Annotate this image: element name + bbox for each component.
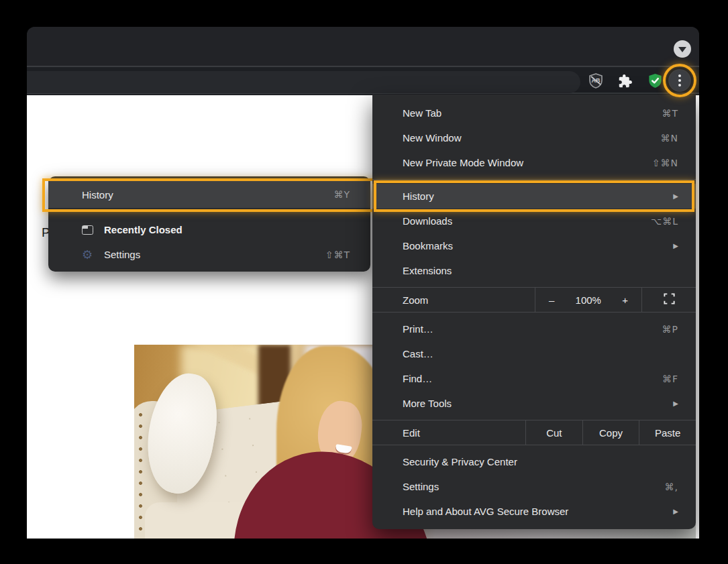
gear-icon: ⚙ [82,249,102,261]
menu-item-settings[interactable]: Settings⌘, [372,474,696,499]
submenu-item-recently-closed[interactable]: Recently Closed [48,217,370,242]
menu-item-shortcut: ⌘P [662,324,678,335]
browser-window: AB PCMacMobileStorePartners [27,27,699,539]
zoom-controls: –100%+ [535,288,642,312]
extensions-puzzle-icon[interactable] [618,74,633,89]
menu-item-new-window[interactable]: New Window⌘N [372,125,696,150]
menu-item-label: New Private Mode Window [403,157,523,168]
menu-item-help-and-about-avg-secure-browser[interactable]: Help and About AVG Secure Browser▶ [372,499,696,524]
menu-item-new-tab[interactable]: New Tab⌘T [372,101,696,125]
menu-item-bookmarks[interactable]: Bookmarks▶ [372,233,696,258]
menu-item-downloads[interactable]: Downloads⌥⌘L [372,209,696,233]
fullscreen-button[interactable] [642,288,696,312]
menu-item-shortcut: ⌘N [661,133,678,144]
submenu-item-shortcut: ⌘Y [333,189,350,200]
menu-item-zoom-label: Zoom [372,288,535,312]
menu-item-shortcut: ⌘, [665,482,678,492]
edit-cut-button[interactable]: Cut [525,420,582,445]
menu-item-edit-label: Edit [372,420,525,445]
submenu-item-label: Settings [104,249,140,260]
tab-strip [27,27,699,67]
window-glyph [82,225,93,235]
menu-separator [372,179,696,180]
tab-search-button[interactable] [674,40,691,58]
menu-item-label: Print… [403,323,433,335]
fullscreen-icon [663,292,676,307]
submenu-item-history[interactable]: History⌘Y [48,181,370,208]
menu-zoom-row: Zoom–100%+ [372,287,696,313]
zoom-level-value: 100% [576,294,601,306]
menu-item-label: Security & Privacy Center [403,456,517,467]
menu-item-label: Bookmarks [403,240,453,251]
menu-item-more-tools[interactable]: More Tools▶ [372,391,696,416]
menu-item-label: New Tab [403,107,441,119]
menu-item-security-privacy-center[interactable]: Security & Privacy Center [372,449,696,474]
menu-item-label: Extensions [403,265,452,276]
submenu-item-shortcut: ⇧⌘T [325,249,350,260]
submenu-arrow-icon: ▶ [673,192,678,200]
menu-item-shortcut: ⌘T [662,108,678,119]
window-icon [82,225,102,235]
zoom-out-button[interactable]: – [549,294,554,306]
menu-item-label: More Tools [403,398,452,409]
menu-item-cast[interactable]: Cast… [372,341,696,366]
submenu-item-label: Recently Closed [104,224,183,235]
menu-item-shortcut: ⌘F [662,374,678,384]
submenu-item-label: History [82,189,113,201]
annotation-circle [663,64,696,97]
menu-item-find[interactable]: Find…⌘F [372,366,696,391]
menu-item-shortcut: ⇧⌘N [652,158,678,168]
history-submenu: History⌘YRecently Closed⚙Settings⇧⌘T [48,176,370,272]
menu-item-shortcut: ⌥⌘L [651,216,678,227]
menu-edit-row: EditCutCopyPaste [372,420,696,445]
menu-item-label: Help and About AVG Secure Browser [403,506,568,517]
security-check-shield-icon[interactable] [647,72,663,89]
menu-item-new-private-mode-window[interactable]: New Private Mode Window⇧⌘N [372,150,696,175]
menu-item-history[interactable]: History▶ [372,184,696,209]
zoom-in-button[interactable]: + [622,294,628,306]
menu-item-extensions[interactable]: Extensions [372,258,696,283]
edit-copy-button[interactable]: Copy [582,420,639,445]
main-menu: New Tab⌘TNew Window⌘NNew Private Mode Wi… [372,95,696,529]
menu-item-print[interactable]: Print…⌘P [372,317,696,341]
menu-item-label: Find… [403,373,432,384]
submenu-arrow-icon: ▶ [673,400,678,407]
menu-item-label: History [403,190,434,202]
edit-paste-button[interactable]: Paste [639,420,696,445]
screenshot-canvas: AB PCMacMobileStorePartners [0,0,728,564]
submenu-arrow-icon: ▶ [673,508,678,515]
menu-item-label: New Window [403,132,462,144]
address-bar[interactable] [27,71,580,93]
caret-down-icon [678,47,686,52]
menu-item-label: Cast… [403,348,433,359]
submenu-arrow-icon: ▶ [673,242,678,249]
submenu-item-settings[interactable]: ⚙Settings⇧⌘T [48,242,370,267]
menu-item-label: Settings [403,481,439,492]
adblock-shield-icon[interactable]: AB [588,72,604,89]
gear-glyph: ⚙ [82,249,93,261]
menu-item-label: Downloads [403,215,452,227]
